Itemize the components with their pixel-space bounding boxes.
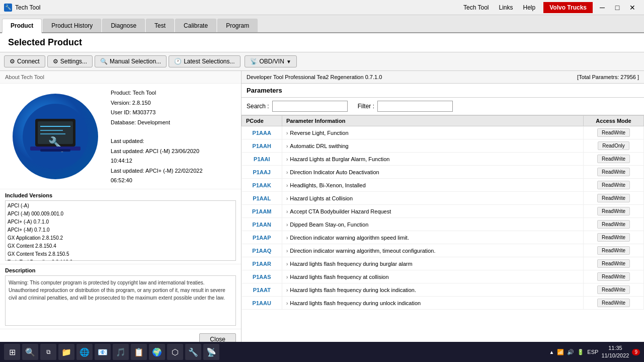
app-icon: 🔧 [4,4,12,12]
table-row[interactable]: P1AAT ›Hazard lights flash frequency dur… [242,283,644,297]
parameters-table: PCode Parameter Information Access Mode … [242,115,644,310]
taskbar-mail[interactable]: 📧 [95,344,111,360]
tab-calibrate[interactable]: Calibrate [175,19,216,32]
tab-test[interactable]: Test [146,19,174,32]
left-panel: About Tech Tool [0,71,242,349]
total-params: [Total Parametrs: 27956 ] [577,74,639,80]
table-row[interactable]: P1AAP ›Direction indicator warning algor… [242,231,644,244]
taskbar-app1[interactable]: 📋 [131,344,147,360]
taskbar-app3[interactable]: ⬡ [167,344,183,360]
table-row[interactable]: P1AAN ›Dipped Beam Stay-on, Function Rea… [242,218,644,231]
last-updated-time2: 06:52:40 [111,176,236,185]
versions-section: Included Versions APCI (-A)APCI (-M) 000… [0,189,241,264]
manual-selection-button[interactable]: 🔍 Manual Selection... [95,55,167,67]
access-mode-cell: ReadWrite [584,231,644,244]
user-id: User ID: M303773 [111,108,236,117]
table-row[interactable]: P1AAH ›Automatic DRL swithing ReadOnly [242,139,644,153]
param-info-cell: ›Hazard lights flash frequency during un… [282,297,584,310]
left-panel-header: About Tech Tool [0,71,241,84]
access-mode-cell: ReadWrite [584,166,644,179]
param-info-cell: ›Accept CTA Bodybuilder Hazard Request [282,205,584,218]
tab-product[interactable]: Product [2,19,42,33]
product-name: Product: Tech Tool [111,89,236,98]
settings-button[interactable]: ⚙ Settings... [47,55,93,67]
table-row[interactable]: P1AAK ›Headlights, Bi-Xenon, Installed R… [242,179,644,192]
table-row[interactable]: P1AAR ›Hazard lights flash frequency dur… [242,257,644,270]
access-mode-cell: ReadWrite [584,126,644,139]
minimize-button[interactable]: ─ [595,2,610,14]
param-info-cell: ›Reverse Light, Function [282,126,584,139]
table-row[interactable]: P1AAA ›Reverse Light, Function ReadWrite [242,126,644,139]
pcode-cell: P1AAI [242,153,282,166]
description-text: Warning: This computer program is protec… [5,275,236,326]
pcode-cell: P1AAR [242,257,282,270]
taskbar-app5[interactable]: 📡 [203,344,219,360]
col-pcode: PCode [242,116,282,126]
params-section: Parameters [242,84,644,98]
menu-item-techtool[interactable]: Tech Tool [459,3,493,12]
param-info-cell: ›Headlights, Bi-Xenon, Installed [282,179,584,192]
pcode-cell: P1AAK [242,179,282,192]
filter-input[interactable] [377,101,453,112]
taskbar-explorer[interactable]: 📁 [58,344,74,360]
table-row[interactable]: P1AAM ›Accept CTA Bodybuilder Hazard Req… [242,205,644,218]
table-row[interactable]: P1AAS ›Hazard lights flash frequency at … [242,270,644,283]
menu-item-links[interactable]: Links [495,3,517,12]
access-mode-cell: ReadWrite [584,257,644,270]
taskbar-left: ⊞ 🔍 ⧉ 📁 🌐 📧 🎵 📋 🌍 ⬡ 🔧 📡 [4,344,219,360]
left-panel-body: 🔧 Product: Tech Tool Version: 2.8.150 Us… [0,84,241,189]
lang-indicator: ESP [587,349,598,355]
taskbar-search[interactable]: 🔍 [22,344,38,360]
table-row[interactable]: P1AAJ ›Direction Indicator Auto Deactiva… [242,166,644,179]
table-row[interactable]: P1AAI ›Hazard Lights at Burglar Alarm, F… [242,153,644,166]
param-info-cell: ›Hazard Lights at Collision [282,192,584,205]
pcode-cell: P1AAS [242,270,282,283]
right-panel: Developer Tool Professional Tea2 Regener… [242,71,644,349]
product-info: Product: Tech Tool Version: 2.8.150 User… [111,89,236,184]
connect-button[interactable]: ⚙ Connect [4,55,45,67]
filter-group: Filter : [358,101,453,112]
app-logo: 🔧 [13,94,98,179]
pcode-cell: P1AAP [242,231,282,244]
volvo-trucks-button[interactable]: Volvo Trucks [543,2,593,13]
taskbar-app4[interactable]: 🔧 [185,344,201,360]
taskbar-taskview[interactable]: ⧉ [40,344,56,360]
start-button[interactable]: ⊞ [4,344,20,360]
search-input[interactable] [272,101,348,112]
taskbar-edge[interactable]: 🌐 [76,344,93,360]
pcode-cell: P1AAM [242,205,282,218]
pcode-cell: P1AAT [242,283,282,297]
taskbar-app2[interactable]: 🌍 [149,344,165,360]
obd-button[interactable]: 📡 OBD/VIN ▼ [245,55,297,67]
tab-program[interactable]: Program [217,19,258,32]
latest-selections-button[interactable]: 🕐 Latest Selections... [169,55,240,67]
tray-icons: ▲ [549,349,554,355]
access-mode-cell: ReadWrite [584,192,644,205]
database: Database: Development [111,118,236,127]
param-info-cell: ›Hazard lights flash frequency at collis… [282,270,584,283]
description-label: Description [5,267,236,273]
tab-diagnose[interactable]: Diagnose [102,19,145,32]
last-updated-apciplus: Last updated: APCI+ (-M) 22/02/2022 [111,167,236,176]
notification-badge[interactable]: 9 [632,349,640,355]
access-mode-cell: ReadWrite [584,153,644,166]
param-info-cell: ›Automatic DRL swithing [282,139,584,153]
table-row[interactable]: P1AAU ›Hazard lights flash frequency dur… [242,297,644,310]
param-info-cell: ›Dipped Beam Stay-on, Function [282,218,584,231]
table-row[interactable]: P1AAQ ›Direction indicator warning algor… [242,244,644,257]
table-row[interactable]: P1AAL ›Hazard Lights at Collision ReadWr… [242,192,644,205]
params-table: PCode Parameter Information Access Mode … [242,115,644,349]
tab-product-history[interactable]: Product History [43,19,101,32]
access-mode-cell: ReadWrite [584,283,644,297]
toolbar: ⚙ Connect ⚙ Settings... 🔍 Manual Selecti… [0,52,644,71]
system-tray: ▲ 📶 🔊 🔋 ESP 11:35 11/10/2022 9 [549,344,640,360]
close-button[interactable]: ✕ [625,2,640,14]
taskbar-media[interactable]: 🎵 [113,344,129,360]
menu-item-help[interactable]: Help [519,3,540,12]
versions-label: Included Versions [5,192,236,198]
maximize-button[interactable]: □ [610,2,625,14]
main-content: About Tech Tool [0,71,644,349]
access-mode-cell: ReadWrite [584,179,644,192]
latest-selections-icon: 🕐 [174,58,182,65]
versions-list[interactable]: APCI (-A)APCI (-M) 000.009.001.0APCI+ (-… [5,200,236,261]
